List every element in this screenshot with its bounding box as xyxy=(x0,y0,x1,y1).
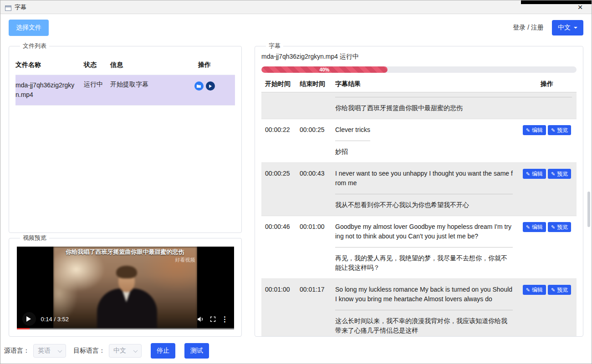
file-name-header: 文件名称 xyxy=(15,61,84,69)
pencil-icon: ✎ xyxy=(526,171,530,177)
preview-label: 预览 xyxy=(557,170,568,178)
subtitle-panel: 字幕 mda-jj7qh36zig2rgkyn.mp4 运行中 40% 开始时间… xyxy=(255,42,583,337)
open-folder-button[interactable] xyxy=(194,81,204,91)
test-button[interactable]: 测试 xyxy=(184,343,209,359)
login-register-link[interactable]: 登录 / 注册 xyxy=(513,24,544,32)
end-time-cell: 00:00:43 xyxy=(300,169,335,210)
subtitle-chinese-text: 我从不想看到你不开心我以为你也希望我不开心 xyxy=(335,200,513,210)
desktop-edge-artifact xyxy=(521,0,592,4)
target-language-label: 目标语言： xyxy=(73,347,105,355)
pencil-icon: ✎ xyxy=(551,127,555,133)
subtitle-row[interactable]: 00:00:46 00:01:00 Goodbye my almost love… xyxy=(261,216,577,279)
subtitle-english-text: So long my luckless romance My back is t… xyxy=(335,285,513,310)
pencil-icon: ✎ xyxy=(526,127,530,133)
subtitle-result-header: 字幕结果 xyxy=(335,80,513,88)
pencil-icon: ✎ xyxy=(551,224,555,230)
play-button[interactable] xyxy=(22,312,36,326)
stop-button[interactable]: 停止 xyxy=(151,343,175,359)
titlebar: 字幕 × xyxy=(0,0,592,14)
subtitle-row[interactable]: 00:00:25 00:00:43 I never want to see yo… xyxy=(261,163,577,216)
end-time-cell xyxy=(300,97,335,113)
extraction-progress-fill: 40% xyxy=(261,66,388,73)
chevron-down-icon xyxy=(574,27,577,30)
select-file-button[interactable]: 选择文件 xyxy=(9,20,49,36)
file-info-header: 信息 xyxy=(110,61,174,69)
end-time-cell: 00:01:00 xyxy=(300,222,335,273)
edit-button[interactable]: ✎ 编辑 xyxy=(523,169,546,179)
subtitle-row[interactable]: 00:01:00 00:01:17 So long my luckless ro… xyxy=(261,279,577,337)
file-list-panel: 文件列表 文件名称 状态 信息 操作 mda-jj7qh36zig2rgkyn.… xyxy=(9,42,242,233)
subtitle-text-cell: Goodbye my almost lover Goodbye my hopel… xyxy=(335,222,513,273)
play-video-button[interactable] xyxy=(206,81,215,91)
subtitle-row[interactable]: 你给我唱了西班牙摇篮曲你眼中最甜蜜的悲伤 xyxy=(261,92,577,119)
file-info-cell: 开始提取字幕 xyxy=(110,81,174,100)
file-name-cell: mda-jj7qh36zig2rgkyn.mp4 xyxy=(15,81,84,100)
edit-label: 编辑 xyxy=(532,223,543,231)
subtitle-file-status: mda-jj7qh36zig2rgkyn.mp4 运行中 xyxy=(261,53,577,61)
start-time-cell xyxy=(265,97,300,113)
file-list-legend: 文件列表 xyxy=(20,42,49,50)
app-window-icon xyxy=(5,5,11,10)
language-label: 中文 xyxy=(558,24,571,32)
preview-label: 预览 xyxy=(557,286,568,294)
source-language-label: 源语言： xyxy=(4,347,30,355)
bottom-bar: 源语言： 英语 目标语言： 中文 停止 测试 xyxy=(0,337,592,359)
file-table-header: 文件名称 状态 信息 操作 xyxy=(15,51,235,75)
start-time-cell: 00:00:22 xyxy=(265,125,300,157)
subtitle-english-text xyxy=(335,97,572,97)
file-status-header: 状态 xyxy=(84,61,110,69)
fullscreen-icon[interactable] xyxy=(209,316,216,323)
edit-button[interactable]: ✎ 编辑 xyxy=(523,222,546,232)
subtitle-table-body: 你给我唱了西班牙摇篮曲你眼中最甜蜜的悲伤 00:00:22 00:00:25 C… xyxy=(261,92,577,337)
volume-icon[interactable] xyxy=(197,315,204,323)
subtitle-text-cell: 你给我唱了西班牙摇篮曲你眼中最甜蜜的悲伤 xyxy=(335,97,572,113)
window-scrollbar[interactable] xyxy=(587,192,591,242)
subtitle-chinese-text: 妙招 xyxy=(335,147,513,157)
play-icon xyxy=(26,316,34,322)
preview-button[interactable]: ✎ 预览 xyxy=(548,169,571,179)
chevron-down-icon xyxy=(133,348,138,353)
start-time-header: 开始时间 xyxy=(265,80,300,88)
source-language-select[interactable]: 英语 xyxy=(33,344,66,358)
subtitle-action-header: 操作 xyxy=(517,80,577,88)
window-title: 字幕 xyxy=(15,3,26,11)
preview-button[interactable]: ✎ 预览 xyxy=(548,285,571,295)
target-language-select[interactable]: 中文 xyxy=(109,344,142,358)
edit-label: 编辑 xyxy=(532,126,543,134)
preview-button[interactable]: ✎ 预览 xyxy=(548,222,571,232)
subtitle-english-text: I never want to see you unhappy I though… xyxy=(335,169,513,194)
extraction-progress-bar: 40% xyxy=(261,66,577,73)
target-language-value: 中文 xyxy=(113,347,126,355)
video-preview-legend: 视频预览 xyxy=(20,234,49,242)
start-time-cell: 00:00:46 xyxy=(265,222,300,273)
edit-button[interactable]: ✎ 编辑 xyxy=(523,285,546,295)
start-time-cell: 00:00:25 xyxy=(265,169,300,210)
toolbar-right: 登录 / 注册 中文 xyxy=(513,20,583,35)
more-options-icon[interactable]: ⋮ xyxy=(221,315,229,324)
start-time-cell: 00:01:00 xyxy=(265,285,300,335)
file-actions-cell xyxy=(174,81,235,100)
scrollbar-thumb[interactable] xyxy=(587,192,590,227)
subtitle-table-header: 开始时间 结束时间 字幕结果 操作 xyxy=(261,76,577,92)
subtitle-row[interactable]: 00:00:22 00:00:25 Clever tricks 妙招 ✎ 编辑 … xyxy=(261,119,577,163)
video-watermark: 好看视频 xyxy=(175,257,195,263)
video-player[interactable]: 你给我唱了西班牙摇篮曲你眼中最甜蜜的悲伤 好看视频 0:14 / 3:52 xyxy=(17,247,234,329)
file-status-cell: 运行中 xyxy=(84,81,110,100)
file-table-row[interactable]: mda-jj7qh36zig2rgkyn.mp4 运行中 开始提取字幕 xyxy=(15,75,235,106)
preview-button[interactable]: ✎ 预览 xyxy=(548,125,571,135)
pencil-icon: ✎ xyxy=(551,287,555,293)
preview-label: 预览 xyxy=(557,223,568,231)
subtitle-actions-cell: ✎ 编辑 ✎ 预览 xyxy=(517,222,577,273)
pencil-icon: ✎ xyxy=(526,287,530,293)
left-column: 文件列表 文件名称 状态 信息 操作 mda-jj7qh36zig2rgkyn.… xyxy=(9,42,242,337)
language-dropdown-button[interactable]: 中文 xyxy=(552,20,583,35)
video-time: 0:14 / 3:52 xyxy=(41,316,69,323)
video-progress-fill xyxy=(17,328,30,329)
edit-label: 编辑 xyxy=(532,286,543,294)
subtitle-actions-cell: ✎ 编辑 ✎ 预览 xyxy=(517,169,577,210)
video-progress-bar[interactable] xyxy=(17,328,234,329)
main-area: 文件列表 文件名称 状态 信息 操作 mda-jj7qh36zig2rgkyn.… xyxy=(0,40,592,337)
edit-button[interactable]: ✎ 编辑 xyxy=(523,125,546,135)
burned-in-subtitle: 你给我唱了西班牙摇篮曲你眼中最甜蜜的悲伤 xyxy=(53,248,197,256)
file-table-body: mda-jj7qh36zig2rgkyn.mp4 运行中 开始提取字幕 xyxy=(15,75,235,106)
